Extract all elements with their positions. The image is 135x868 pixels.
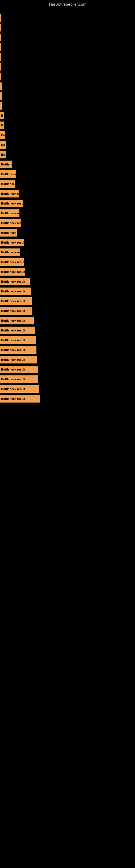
bar-label: Bo: [1, 153, 5, 156]
result-bar: Bottleneck result: [0, 278, 30, 285]
bar-row: Bottlenec: [0, 179, 135, 189]
bar-row: Bottleneck result: [0, 374, 135, 384]
result-bar: Bottleneck result: [0, 287, 31, 295]
bar-label: B: [1, 124, 3, 127]
bar-row: [0, 82, 135, 91]
bar-row: Bottleneck r: [0, 228, 135, 238]
bar-row: Bottleneck res: [0, 208, 135, 218]
bar-label: Bottleneck res: [1, 192, 19, 195]
bar-row: Bottleneck result: [0, 286, 135, 296]
bar-label: Bo: [1, 143, 5, 147]
result-bar: Bottleneck res: [0, 248, 20, 256]
result-bar: Bottleneck result: [0, 336, 36, 344]
bar-label: Bottleneck result: [1, 329, 25, 332]
result-bar: Bottleneck result: [0, 297, 32, 305]
bar-label: Bottleneck result: [1, 300, 25, 303]
result-bar: Bottleneck result: [0, 356, 37, 364]
result-bar: Bottleneck result: [0, 375, 38, 383]
bar-row: Bottleneck result: [0, 316, 135, 326]
bar-row: Bottleneck result: [0, 267, 135, 277]
result-bar: [0, 24, 1, 31]
result-bar: Bottlenec: [0, 180, 15, 188]
result-bar: Bottleneck result: [0, 317, 34, 324]
bar-row: Bottlene: [0, 159, 135, 169]
bar-label: Bottleneck result: [1, 290, 25, 293]
bar-label: Bottleneck result: [1, 260, 24, 264]
bar-row: Bottleneck result: [0, 365, 135, 374]
result-bar: [0, 53, 1, 61]
result-bar: Bottleneck result: [0, 346, 37, 354]
bar-row: [0, 42, 135, 52]
bar-row: Bo: [0, 150, 135, 159]
bar-row: [0, 23, 135, 33]
bar-row: B: [0, 111, 135, 120]
result-bar: [0, 14, 1, 22]
bar-label: B: [1, 114, 3, 117]
bar-label: Bottlenec: [1, 182, 14, 186]
bar-row: Bottleneck result: [0, 345, 135, 355]
bar-row: B: [0, 120, 135, 130]
result-bar: Bottleneck result: [0, 366, 38, 373]
bar-label: Bottleneck resu: [1, 221, 21, 225]
result-bar: Bottleneck result: [0, 327, 35, 334]
bar-row: [0, 72, 135, 82]
result-bar: Bo: [0, 131, 5, 139]
bars-container: BBBoBoBoBottleneBottleneck rBottlenecBot…: [0, 8, 135, 404]
result-bar: Bottleneck res: [0, 209, 19, 217]
bar-row: Bottleneck res: [0, 247, 135, 257]
bar-label: Bottleneck result: [1, 202, 23, 205]
bar-label: Bottleneck result: [1, 397, 25, 400]
bar-label: Bottleneck result: [1, 241, 24, 244]
bar-row: Bottleneck r: [0, 169, 135, 179]
bar-row: [0, 52, 135, 62]
bar-row: [0, 91, 135, 101]
bar-row: Bottleneck res: [0, 189, 135, 198]
bar-label: Bottleneck result: [1, 309, 25, 312]
bar-row: Bottleneck result: [0, 394, 135, 404]
bar-label: Bo: [1, 133, 5, 137]
bar-row: Bottleneck result: [0, 277, 135, 286]
result-bar: [0, 83, 2, 90]
bar-label: Bottleneck result: [1, 280, 25, 283]
bar-row: Bottleneck result: [0, 335, 135, 345]
result-bar: Bottleneck result: [0, 199, 23, 207]
bar-row: Bottleneck result: [0, 355, 135, 365]
result-bar: [0, 73, 1, 80]
result-bar: [0, 102, 2, 110]
bar-row: [0, 33, 135, 42]
bar-row: [0, 13, 135, 23]
result-bar: Bottleneck resu: [0, 219, 21, 227]
bar-row: Bottleneck result: [0, 238, 135, 247]
result-bar: B: [0, 112, 4, 119]
bar-row: Bottleneck result: [0, 306, 135, 316]
result-bar: [0, 63, 1, 70]
bar-row: Bottleneck result: [0, 384, 135, 394]
result-bar: B: [0, 122, 4, 129]
result-bar: [0, 34, 1, 41]
result-bar: Bottleneck result: [0, 385, 39, 393]
result-bar: Bo: [0, 141, 6, 149]
result-bar: Bottleneck result: [0, 307, 32, 315]
bar-row: Bottleneck result: [0, 257, 135, 267]
bar-row: Bottleneck result: [0, 198, 135, 208]
bar-label: Bottleneck result: [1, 348, 25, 351]
bar-label: Bottleneck r: [1, 173, 16, 176]
bar-label: Bottleneck res: [1, 212, 19, 215]
result-bar: [0, 43, 1, 51]
result-bar: Bottlene: [0, 161, 12, 168]
result-bar: [0, 92, 2, 100]
bar-row: Bo: [0, 130, 135, 140]
bar-row: Bottleneck resu: [0, 218, 135, 228]
bar-label: Bottleneck r: [1, 231, 17, 235]
bar-label: Bottleneck result: [1, 388, 25, 391]
result-bar: Bottleneck r: [0, 229, 17, 237]
bar-label: Bottleneck result: [1, 270, 25, 273]
bar-label: Bottlene: [1, 163, 12, 166]
bar-row: Bottleneck result: [0, 296, 135, 306]
bar-row: Bottleneck result: [0, 326, 135, 335]
bar-row: Bo: [0, 140, 135, 150]
result-bar: Bottleneck res: [0, 190, 19, 197]
bar-label: Bottleneck result: [1, 358, 25, 361]
bar-row: [0, 62, 135, 72]
result-bar: Bottleneck result: [0, 395, 40, 403]
